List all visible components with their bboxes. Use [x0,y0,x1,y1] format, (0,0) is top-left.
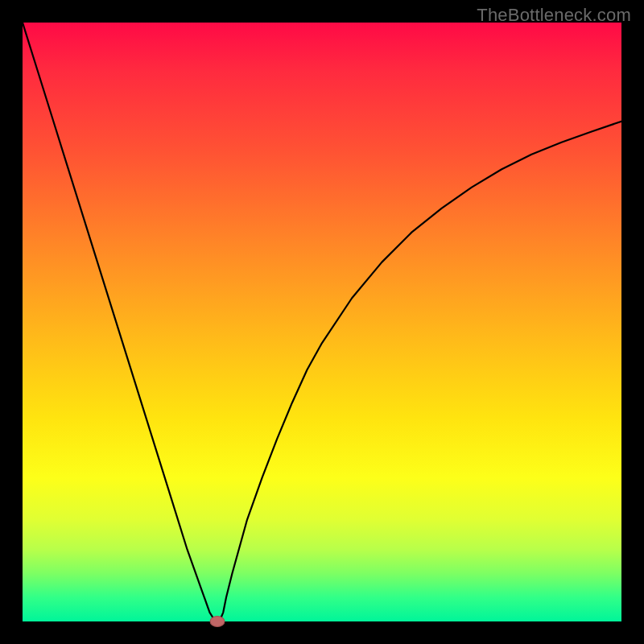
plot-area [23,23,621,621]
chart-frame: TheBottleneck.com [0,0,644,644]
